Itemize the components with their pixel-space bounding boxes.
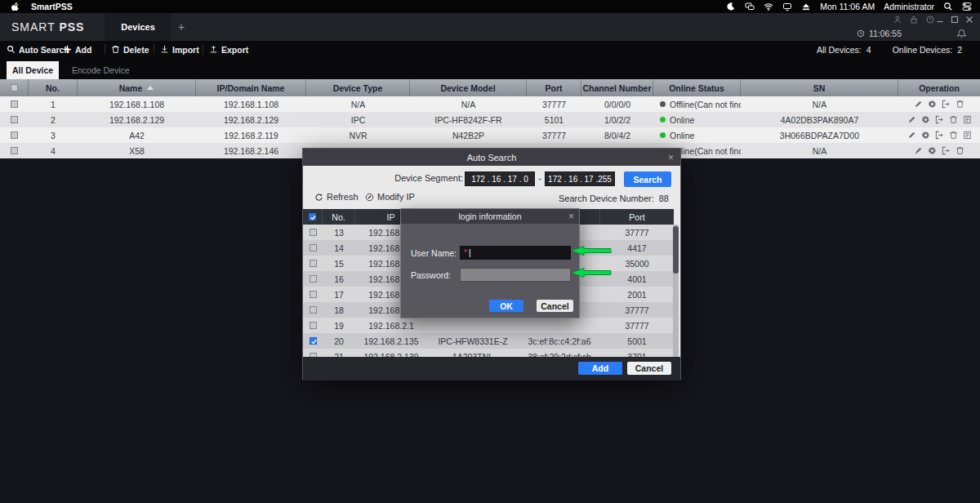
import-button[interactable]: Import [160,41,199,58]
logout-device-icon[interactable] [942,146,951,155]
cancel-button[interactable]: Cancel [627,362,671,375]
status-dot [660,117,666,122]
header-type[interactable]: Device Type [306,79,410,96]
header-select-all[interactable] [303,209,323,225]
tab-all-device[interactable]: All Device [7,61,59,79]
add-selected-button[interactable]: Add [578,362,622,375]
gear-icon[interactable] [921,131,930,140]
close-icon[interactable]: × [668,149,674,166]
edit-icon[interactable] [907,131,916,140]
edit-icon[interactable] [907,115,916,124]
checkbox[interactable] [310,244,317,252]
delete-icon[interactable] [956,100,964,109]
modify-ip-button[interactable]: Modify IP [365,192,415,202]
menubar-user[interactable]: Administrator [884,2,934,11]
checkbox[interactable] [310,291,317,298]
delete-icon[interactable] [949,131,958,140]
screen-mirroring-icon[interactable] [745,2,755,11]
delete-button[interactable]: Delete [111,41,149,58]
checkbox[interactable] [11,147,18,154]
table-row[interactable]: 2 192.168.2.129 192.168.2.129 IPC IPC-HF… [0,112,980,127]
svg-text:?: ? [929,17,932,22]
apple-icon[interactable] [10,2,20,11]
gear-icon[interactable] [928,146,937,155]
gear-icon[interactable] [928,100,937,109]
auto-search-button[interactable]: Auto Search [7,41,69,58]
header-ip[interactable]: IP/Domain Name [196,79,306,96]
list-item[interactable]: 19192.168.2.1 37777 [303,318,674,333]
config-icon[interactable] [963,115,972,124]
user-icon[interactable] [893,16,902,24]
table-row[interactable]: 1 192.168.1.108 192.168.1.108 N/A N/A 37… [0,96,980,112]
control-center-icon[interactable] [962,2,972,11]
auto-search-dialog-titlebar: Auto Search × [303,149,680,166]
checkbox[interactable] [310,260,317,267]
tab-devices[interactable]: Devices [105,13,172,41]
close-icon[interactable] [965,16,973,24]
checkbox[interactable] [310,229,317,236]
header-status[interactable]: Online Status [653,79,741,96]
delete-icon[interactable] [956,146,964,155]
new-tab-button[interactable]: + [172,13,191,41]
do-not-disturb-icon[interactable] [726,2,736,11]
close-icon[interactable]: × [568,209,574,224]
table-row[interactable]: 3 A42 192.168.2.119 NVR N42B2P 37777 8/0… [0,127,980,143]
display-icon[interactable] [782,2,792,11]
checkbox[interactable] [309,213,316,220]
config-icon[interactable] [963,131,972,140]
wifi-icon[interactable] [764,2,773,11]
checkbox[interactable] [11,116,18,123]
menubar-app-name[interactable]: SmartPSS [31,2,73,11]
header-no[interactable]: No. [323,209,355,225]
password-field[interactable] [460,268,571,282]
logout-device-icon[interactable] [942,100,951,109]
logout-device-icon[interactable] [935,115,944,124]
export-button[interactable]: Export [209,41,248,58]
checkbox[interactable] [11,100,18,108]
scrollbar-thumb[interactable] [673,226,679,274]
header-port[interactable]: Port [527,79,581,96]
checkbox[interactable] [11,84,18,91]
header-port[interactable]: Port [600,209,674,225]
refresh-button[interactable]: Refresh [314,192,359,202]
checkbox[interactable] [310,322,317,329]
header-sn[interactable]: SN [741,79,898,96]
segment-end-input[interactable]: 172 . 16 . 17 .255 [545,171,615,186]
username-field[interactable]: * | [460,246,571,260]
header-operation[interactable]: Operation [898,79,980,96]
scrollbar-track[interactable] [673,225,679,358]
segment-start-input[interactable]: 172 . 16 . 17 . 0 [465,171,535,186]
eject-icon[interactable] [801,2,811,11]
checkbox[interactable] [11,131,18,139]
minimize-icon[interactable] [936,16,944,24]
spotlight-search-icon[interactable] [943,2,953,11]
ok-button[interactable]: OK [489,300,523,312]
search-button[interactable]: Search [624,171,671,187]
header-select-all[interactable] [0,79,29,96]
add-button[interactable]: Add [63,41,91,58]
gear-icon[interactable] [921,115,930,124]
edit-icon[interactable] [914,100,923,109]
menubar-datetime[interactable]: Mon 11:06 AM [820,2,875,11]
maximize-icon[interactable] [951,16,959,24]
cancel-button[interactable]: Cancel [537,300,573,312]
tab-encode-device[interactable]: Encode Device [65,61,136,79]
logout-device-icon[interactable] [935,131,944,140]
toolbar-separator [105,44,105,55]
lock-icon[interactable] [910,16,918,24]
toolbar-separator [154,44,154,55]
list-item[interactable]: 20192.168.2.135 IPC-HFW8331E-Z3c:ef:8c:c… [303,333,674,349]
edit-icon[interactable] [914,146,923,155]
checkbox[interactable] [310,337,317,345]
alarm-bell-icon[interactable] [956,28,967,38]
delete-icon[interactable] [949,115,958,124]
header-no[interactable]: No. [29,79,78,96]
header-model[interactable]: Device Model [410,79,527,96]
header-name[interactable]: Name [78,79,196,96]
device-toolbar: Auto Search Add Delete Import [0,41,980,58]
help-icon[interactable]: ? [926,16,934,24]
checkbox[interactable] [310,275,317,283]
toolbar-separator [203,44,203,55]
header-channel[interactable]: Channel Number [581,79,653,96]
checkbox[interactable] [310,306,317,314]
